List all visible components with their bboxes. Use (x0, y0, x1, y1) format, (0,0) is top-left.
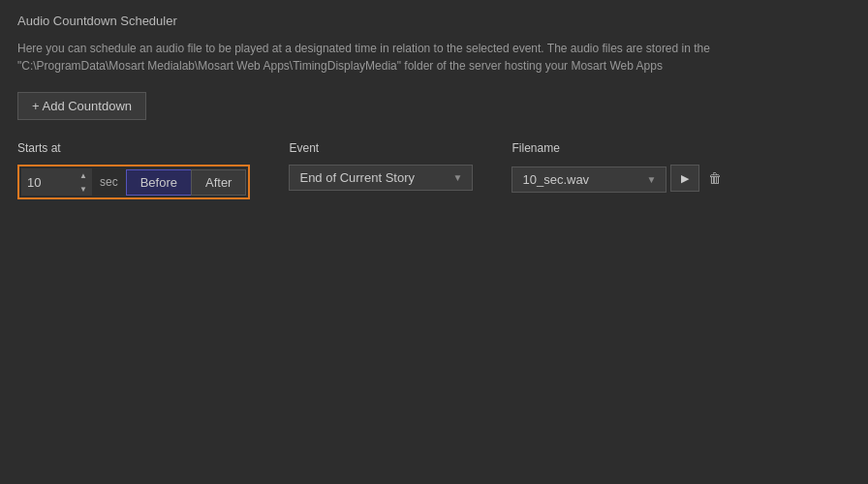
event-dropdown-arrow: ▼ (453, 172, 463, 183)
before-button[interactable]: Before (126, 169, 191, 196)
event-label: Event (289, 141, 473, 155)
sec-label: sec (92, 175, 126, 189)
starts-at-label: Starts at (17, 141, 250, 155)
event-value: End of Current Story (299, 170, 415, 185)
delete-icon: 🗑 (708, 170, 722, 186)
delete-button[interactable]: 🗑 (703, 165, 727, 192)
event-dropdown[interactable]: End of Current Story ▼ (289, 165, 473, 191)
number-input-wrapper: ▲ ▼ (21, 168, 92, 196)
spinner-down-button[interactable]: ▼ (75, 182, 92, 196)
play-icon: ▶ (681, 172, 689, 185)
page-title: Audio Countdown Scheduler (17, 14, 851, 28)
starts-at-border-box: ▲ ▼ sec Before After (17, 165, 250, 199)
play-button[interactable]: ▶ (670, 165, 699, 192)
spinner-down-icon: ▼ (79, 185, 87, 194)
filename-label: Filename (512, 141, 727, 155)
spinner-buttons: ▲ ▼ (75, 168, 92, 196)
after-button[interactable]: After (191, 169, 246, 196)
starts-at-controls: ▲ ▼ sec Before After (17, 165, 250, 199)
spinner-up-button[interactable]: ▲ (75, 168, 92, 182)
main-container: Audio Countdown Scheduler Here you can s… (0, 0, 868, 484)
number-input[interactable] (21, 170, 75, 195)
spinner-up-icon: ▲ (79, 171, 87, 180)
add-countdown-label: + Add Countdown (32, 99, 132, 113)
action-buttons: ▶ 🗑 (670, 165, 727, 192)
event-group: Event End of Current Story ▼ (289, 141, 473, 191)
starts-at-group: Starts at ▲ ▼ sec (17, 141, 250, 199)
filename-dropdown[interactable]: 10_sec.wav ▼ (512, 166, 666, 193)
filename-group: Filename 10_sec.wav ▼ ▶ 🗑 (512, 141, 727, 194)
add-countdown-button[interactable]: + Add Countdown (17, 92, 146, 120)
description-text: Here you can schedule an audio file to b… (17, 40, 754, 75)
filename-dropdown-arrow: ▼ (647, 174, 657, 185)
filename-value: 10_sec.wav (522, 172, 589, 187)
countdown-row: Starts at ▲ ▼ sec (17, 141, 851, 199)
before-after-group: Before After (126, 169, 247, 196)
